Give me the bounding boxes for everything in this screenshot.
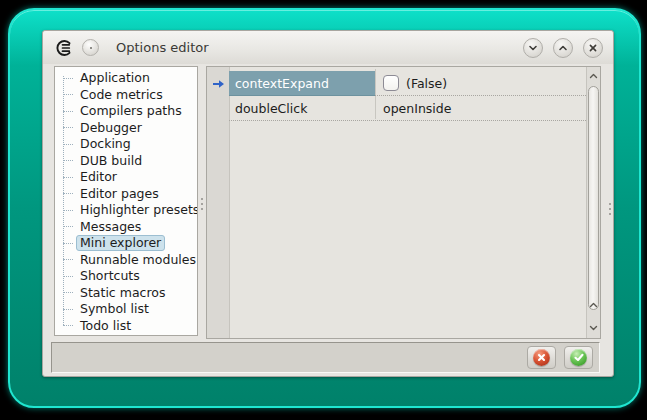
tree-branch-line <box>63 309 73 310</box>
sidebar-item-label: Shortcuts <box>76 268 144 284</box>
category-tree-panel: Application Code metrics Compilers paths… <box>54 66 198 336</box>
chevron-up-icon <box>589 73 598 79</box>
tree-branch-line <box>63 193 73 194</box>
tree-branch-line <box>63 325 73 326</box>
property-value-cell[interactable]: (False) <box>375 71 586 95</box>
sidebar-item-mini-explorer[interactable]: Mini explorer <box>55 235 197 252</box>
sidebar-item-messages[interactable]: Messages <box>55 219 197 236</box>
close-icon <box>587 42 599 54</box>
sidebar-item-application[interactable]: Application <box>55 70 197 87</box>
cancel-button[interactable] <box>527 346 556 369</box>
sidebar-item-label: Mini explorer <box>76 235 165 251</box>
blue-arrow-icon <box>212 79 225 89</box>
sidebar-item-label: Static macros <box>76 285 169 301</box>
tree-branch-line <box>63 292 73 293</box>
footer-bar <box>51 342 600 373</box>
tree-branch-line <box>63 243 73 244</box>
minimize-button[interactable] <box>523 38 543 58</box>
sidebar-item-label: Symbol list <box>76 301 153 317</box>
window-title: Options editor <box>116 40 209 55</box>
sidebar-item-debugger[interactable]: Debugger <box>55 120 197 137</box>
accept-button[interactable] <box>564 346 593 369</box>
scroll-up-button-bottom[interactable] <box>587 298 600 312</box>
tree-branch-line <box>63 276 73 277</box>
sidebar-item-label: Todo list <box>76 318 135 334</box>
tree-branch-line <box>63 78 73 79</box>
chevron-up-icon <box>589 302 598 308</box>
tree-branch-line <box>63 226 73 227</box>
category-list: Application Code metrics Compilers paths… <box>55 70 197 334</box>
options-editor-window: Options editor App <box>42 30 614 377</box>
sidebar-item-symbol-list[interactable]: Symbol list <box>55 301 197 318</box>
sidebar-item-label: Application <box>76 70 154 86</box>
sidebar-item-compilers-paths[interactable]: Compilers paths <box>55 103 197 120</box>
vertical-scrollbar[interactable] <box>586 67 600 338</box>
titlebar[interactable]: Options editor <box>43 31 613 64</box>
tree-branch-line <box>63 144 73 145</box>
value-checkbox[interactable] <box>383 75 399 91</box>
property-name-cell[interactable]: contextExpand <box>229 71 375 96</box>
chevron-up-icon <box>557 42 569 54</box>
splitter-handle[interactable] <box>198 66 206 336</box>
sidebar-item-label: Runnable modules <box>76 252 198 268</box>
maximize-button[interactable] <box>553 38 573 58</box>
property-rows: contextExpand (False) doubleClick openIn… <box>229 71 586 121</box>
property-row[interactable]: contextExpand (False) <box>229 71 586 96</box>
chevron-down-icon <box>589 325 598 331</box>
green-check-icon <box>570 349 587 366</box>
property-name-cell[interactable]: doubleClick <box>229 96 375 120</box>
resize-grip-dots-icon[interactable] <box>609 203 611 205</box>
property-value-cell[interactable]: openInside <box>375 96 586 120</box>
sidebar-item-todo-list[interactable]: Todo list <box>55 318 197 335</box>
sidebar-item-runnable-modules[interactable]: Runnable modules <box>55 252 197 269</box>
sidebar-item-label: Editor <box>76 169 121 185</box>
sidebar-item-label: Code metrics <box>76 87 167 103</box>
red-cross-icon <box>533 349 550 366</box>
tree-branch-line <box>63 259 73 260</box>
splitter-dots-icon <box>201 198 203 200</box>
tree-branch-line <box>63 177 73 178</box>
sidebar-item-label: Compilers paths <box>76 103 186 119</box>
property-value-text: (False) <box>406 76 447 91</box>
sidebar-item-label: Editor pages <box>76 186 163 202</box>
sidebar-item-label: Debugger <box>76 120 146 136</box>
close-button[interactable] <box>583 38 603 58</box>
sidebar-item-label: Messages <box>76 219 145 235</box>
sidebar-item-label: DUB build <box>76 153 146 169</box>
property-value-text: openInside <box>383 101 451 116</box>
sidebar-item-dub-build[interactable]: DUB build <box>55 153 197 170</box>
coedit-logo-icon <box>55 39 73 57</box>
sidebar-item-static-macros[interactable]: Static macros <box>55 285 197 302</box>
sidebar-item-shortcuts[interactable]: Shortcuts <box>55 268 197 285</box>
sidebar-item-editor-pages[interactable]: Editor pages <box>55 186 197 203</box>
property-row[interactable]: doubleClick openInside <box>229 96 586 121</box>
tree-branch-line <box>63 210 73 211</box>
sidebar-item-editor[interactable]: Editor <box>55 169 197 186</box>
chevron-down-icon <box>527 42 539 54</box>
sidebar-item-label: Highlighter presets <box>76 202 198 218</box>
sidebar-item-code-metrics[interactable]: Code metrics <box>55 87 197 104</box>
window-controls <box>523 38 603 58</box>
sidebar-item-highlighter-presets[interactable]: Highlighter presets <box>55 202 197 219</box>
tree-branch-line <box>63 127 73 128</box>
scroll-up-button[interactable] <box>587 69 600 83</box>
tree-branch-line <box>63 160 73 161</box>
property-grid-gutter <box>207 67 230 338</box>
pin-dot-icon[interactable] <box>82 39 99 56</box>
scrollbar-thumb[interactable] <box>588 86 599 310</box>
tree-branch-line <box>63 111 73 112</box>
tree-branch-line <box>63 94 73 95</box>
property-grid: contextExpand (False) doubleClick openIn… <box>206 66 601 339</box>
sidebar-item-docking[interactable]: Docking <box>55 136 197 153</box>
scroll-down-button[interactable] <box>587 321 600 335</box>
sidebar-item-label: Docking <box>76 136 135 152</box>
